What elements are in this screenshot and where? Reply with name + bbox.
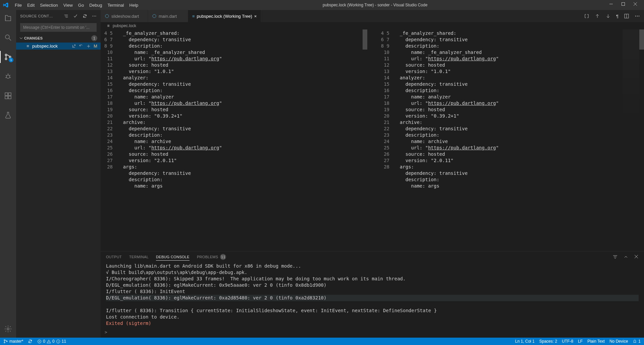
tab-debug-console[interactable]: DEBUG CONSOLE — [156, 255, 190, 261]
notifications-status[interactable]: 1 — [633, 339, 641, 344]
close-button[interactable] — [633, 2, 639, 8]
status-bar: master* 0 0 11 Ln 1, Col 1 Spaces: 2 UTF… — [0, 338, 644, 345]
svg-line-12 — [9, 75, 10, 76]
menu-file[interactable]: File — [12, 1, 24, 9]
diff-modified-pane[interactable]: 4 5 6 7 8 9 10 11 12 13 14 15 16 17 18 1… — [377, 29, 644, 251]
filter-icon[interactable] — [612, 254, 618, 260]
file-icon: ≡ — [106, 23, 111, 28]
tab-label: slideshow.dart — [111, 14, 139, 19]
tab-terminal[interactable]: TERMINAL — [129, 255, 149, 259]
explorer-icon[interactable] — [0, 12, 16, 24]
menu-go[interactable]: Go — [75, 1, 87, 9]
search-icon[interactable] — [0, 31, 16, 44]
tab-label: pubspec.lock (Working Tree) — [197, 14, 252, 19]
menu-selection[interactable]: Selection — [37, 1, 60, 9]
title-bar: FileEditSelectionViewGoDebugTerminalHelp… — [0, 0, 644, 10]
minimize-button[interactable] — [609, 2, 615, 8]
flask-icon[interactable] — [0, 109, 16, 121]
editor-tab[interactable]: ≡pubspec.lock (Working Tree)× — [188, 10, 261, 22]
refresh-icon[interactable] — [83, 14, 87, 18]
split-editor-icon[interactable] — [624, 13, 629, 19]
errors-status[interactable]: 0 0 11 — [37, 339, 66, 344]
svg-rect-1 — [622, 3, 625, 6]
diff-editor: 4 5 6 7 8 9 10 11 12 13 14 15 16 17 18 1… — [101, 29, 644, 251]
menu-view[interactable]: View — [61, 1, 75, 9]
stage-icon[interactable] — [86, 44, 91, 49]
whitespace-icon[interactable]: ¶ — [616, 14, 619, 19]
svg-point-42 — [4, 340, 5, 341]
menu-edit[interactable]: Edit — [24, 1, 37, 9]
editor-tab[interactable]: main.dart× — [148, 10, 188, 22]
file-status-indicator: M — [94, 44, 97, 49]
scrollbar-modified[interactable] — [639, 29, 644, 251]
scrollbar-original[interactable] — [363, 29, 367, 251]
svg-point-43 — [4, 342, 5, 343]
file-icon — [152, 14, 157, 18]
debug-console-output[interactable]: Launching lib\main.dart on Android SDK b… — [101, 262, 644, 330]
svg-line-11 — [6, 75, 7, 76]
language-mode-status[interactable]: Plain Text — [587, 339, 605, 344]
svg-point-23 — [93, 15, 93, 16]
changed-file-item[interactable]: ≡ pubspec.lock M — [16, 43, 101, 50]
changes-count-badge: 1 — [91, 35, 97, 41]
open-file-icon[interactable] — [71, 44, 76, 49]
svg-line-5 — [9, 39, 11, 41]
vscode-icon — [3, 2, 9, 8]
discard-changes-icon[interactable] — [79, 44, 84, 49]
svg-point-24 — [94, 15, 95, 16]
minimap[interactable] — [623, 29, 639, 251]
svg-point-35 — [637, 16, 638, 16]
collapse-panel-icon[interactable] — [623, 254, 629, 260]
editor-tab-bar: slideshow.dart×main.dart×≡pubspec.lock (… — [101, 10, 644, 22]
svg-point-6 — [5, 54, 7, 56]
source-control-icon[interactable]: 1 — [0, 51, 16, 63]
svg-point-29 — [153, 14, 156, 18]
editor-tab[interactable]: slideshow.dart× — [101, 10, 148, 22]
svg-rect-16 — [5, 96, 8, 99]
svg-point-9 — [6, 75, 10, 78]
problems-count: 11 — [220, 254, 226, 260]
maximize-button[interactable] — [621, 2, 627, 8]
extensions-icon[interactable] — [0, 90, 16, 102]
compare-changes-icon[interactable] — [584, 13, 589, 19]
activity-bar: 1 — [0, 10, 16, 338]
view-tree-icon[interactable] — [64, 14, 68, 18]
encoding-status[interactable]: UTF-8 — [562, 339, 573, 344]
eol-status[interactable]: LF — [578, 339, 583, 344]
close-tab-icon[interactable]: × — [254, 14, 257, 19]
tab-output[interactable]: OUTPUT — [106, 255, 122, 259]
more-icon[interactable] — [92, 14, 97, 18]
device-status[interactable]: No Device — [609, 339, 628, 344]
sidebar-title: SOURCE CONTR... — [20, 14, 54, 18]
next-change-icon[interactable] — [605, 13, 611, 19]
settings-gear-icon[interactable] — [0, 323, 16, 335]
debug-console-input[interactable]: > — [101, 330, 644, 338]
svg-rect-18 — [8, 93, 11, 95]
previous-change-icon[interactable] — [595, 13, 600, 19]
menu-help[interactable]: Help — [127, 1, 141, 9]
cursor-position-status[interactable]: Ln 1, Col 1 — [515, 339, 535, 344]
svg-line-13 — [5, 77, 6, 78]
close-panel-icon[interactable] — [634, 254, 639, 260]
diff-original-pane[interactable]: 4 5 6 7 8 9 10 11 12 13 14 15 16 17 18 1… — [101, 29, 367, 251]
menu-debug[interactable]: Debug — [87, 1, 105, 9]
chevron-down-icon — [19, 37, 23, 40]
svg-point-7 — [5, 58, 7, 60]
debug-icon[interactable] — [0, 70, 16, 82]
breadcrumb-file: pubspec.lock — [113, 23, 136, 28]
commit-icon[interactable] — [73, 14, 78, 18]
tab-problems[interactable]: PROBLEMS 11 — [197, 254, 226, 260]
window-title: pubspec.lock (Working Tree) - sonder - V… — [323, 3, 427, 7]
tab-label: main.dart — [159, 14, 177, 19]
sync-status[interactable] — [28, 339, 33, 344]
commit-message-input[interactable] — [20, 23, 97, 32]
editor-more-icon[interactable] — [635, 13, 640, 19]
breadcrumb[interactable]: ≡ pubspec.lock — [101, 22, 644, 29]
git-branch-status[interactable]: master* — [3, 339, 23, 344]
svg-rect-17 — [8, 96, 11, 99]
svg-point-36 — [639, 16, 639, 16]
menu-terminal[interactable]: Terminal — [105, 1, 126, 9]
changes-section-header[interactable]: CHANGES 1 — [16, 34, 101, 43]
file-icon: ≡ — [192, 14, 195, 19]
indentation-status[interactable]: Spaces: 2 — [539, 339, 557, 344]
